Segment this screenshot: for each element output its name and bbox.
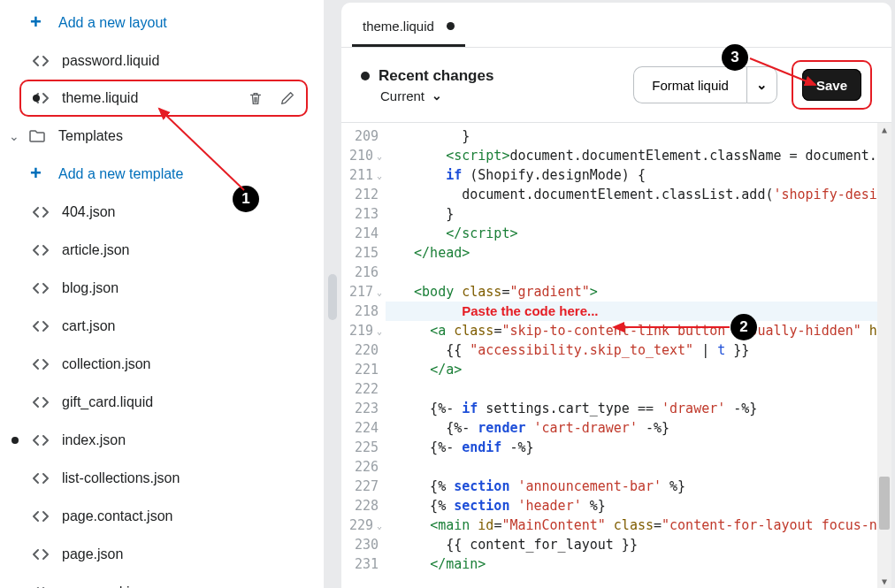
file-password-liquid[interactable]: password.liquid — [0, 42, 324, 80]
code-icon — [32, 52, 50, 70]
paste-hint: Paste the code here... — [462, 303, 598, 318]
file-label: collection.json — [62, 356, 151, 372]
code-icon — [32, 393, 50, 411]
file-label: password.liquid — [62, 53, 159, 69]
scrollbar-thumb[interactable] — [879, 477, 890, 530]
chevron-down-icon: ⌄ — [9, 129, 21, 143]
line-gutter: 2092102112122132142152162172182192202212… — [341, 123, 386, 588]
code-icon — [32, 546, 50, 563]
code-icon — [32, 89, 50, 107]
file-label: theme.liquid — [62, 90, 138, 106]
file-blog-json[interactable]: blog.json — [0, 269, 324, 307]
scroll-down-arrow[interactable]: ▼ — [877, 577, 891, 586]
splitter-handle[interactable] — [328, 274, 337, 320]
file-cart-json[interactable]: cart.json — [0, 307, 324, 345]
file-label: password.json — [62, 584, 152, 589]
add-layout-button[interactable]: + Add a new layout — [0, 4, 324, 42]
file-index-json[interactable]: index.json — [0, 421, 324, 459]
code-icon — [32, 431, 50, 449]
save-button[interactable]: Save — [802, 69, 861, 101]
file-label: 404.json — [62, 204, 116, 220]
file-collection-json[interactable]: collection.json — [0, 345, 324, 383]
format-liquid-button[interactable]: Format liquid — [633, 66, 746, 103]
tab-theme-liquid[interactable]: theme.liquid — [352, 10, 465, 47]
code-icon — [32, 279, 50, 297]
file-page-contact-json[interactable]: page.contact.json — [0, 497, 324, 535]
plus-icon: + — [30, 164, 46, 183]
file-gift_card-liquid[interactable]: gift_card.liquid — [0, 383, 324, 421]
format-dropdown-button[interactable]: ⌄ — [746, 66, 777, 103]
editor-toolbar: Recent changes Current ⌄ Format liquid ⌄ — [341, 48, 891, 122]
file-label: blog.json — [62, 280, 119, 296]
file-page-json[interactable]: page.json — [0, 535, 324, 573]
editor-tabbar: theme.liquid — [341, 3, 891, 48]
add-layout-label: Add a new layout — [58, 15, 167, 31]
edit-icon[interactable] — [279, 90, 299, 106]
tab-label: theme.liquid — [363, 19, 434, 34]
code-icon — [32, 584, 50, 589]
recent-changes-label: Recent changes — [361, 67, 493, 85]
file-label: page.json — [62, 546, 123, 562]
code-icon — [32, 508, 50, 525]
format-button-group: Format liquid ⌄ — [633, 66, 777, 103]
code-icon — [32, 203, 50, 221]
file-label: page.contact.json — [62, 508, 172, 524]
add-template-button[interactable]: + Add a new template — [0, 155, 324, 193]
file-label: index.json — [62, 432, 126, 448]
code-icon — [32, 241, 50, 259]
pane-splitter[interactable] — [324, 0, 341, 588]
file-label: article.json — [62, 242, 129, 258]
scroll-up-arrow[interactable]: ▲ — [877, 125, 891, 134]
plus-icon: + — [30, 12, 46, 32]
file-label: cart.json — [62, 318, 115, 334]
chevron-down-icon: ⌄ — [432, 88, 442, 103]
save-highlight: Save — [792, 60, 872, 110]
trash-icon[interactable] — [248, 90, 267, 106]
folder-label: Templates — [58, 128, 123, 144]
file-label: list-collections.json — [62, 470, 180, 486]
unsaved-dot-icon — [447, 22, 455, 30]
version-selector[interactable]: Current ⌄ — [361, 88, 493, 103]
code-icon — [32, 355, 50, 373]
folder-icon — [28, 127, 46, 145]
add-template-label: Add a new template — [58, 166, 183, 182]
file-404-json[interactable]: 404.json — [0, 193, 324, 231]
file-password-json[interactable]: password.json — [0, 573, 324, 588]
file-sidebar: + Add a new layout password.liquid theme… — [0, 0, 324, 588]
code-lines[interactable]: } <script>document.documentElement.class… — [386, 123, 877, 588]
code-editor[interactable]: 2092102112122132142152162172182192202212… — [341, 122, 891, 588]
file-article-json[interactable]: article.json — [0, 231, 324, 269]
file-list-collections-json[interactable]: list-collections.json — [0, 459, 324, 497]
chevron-down-icon: ⌄ — [756, 77, 768, 93]
file-label: gift_card.liquid — [62, 394, 153, 410]
version-label: Current — [380, 88, 425, 103]
code-icon — [32, 470, 50, 487]
code-icon — [32, 317, 50, 335]
vertical-scrollbar[interactable]: ▲ ▼ — [877, 123, 891, 588]
editor-panel: theme.liquid Recent changes Current ⌄ Fo… — [341, 0, 895, 588]
file-theme-liquid[interactable]: theme.liquid — [19, 80, 308, 117]
folder-templates[interactable]: ⌄ Templates — [0, 117, 324, 155]
